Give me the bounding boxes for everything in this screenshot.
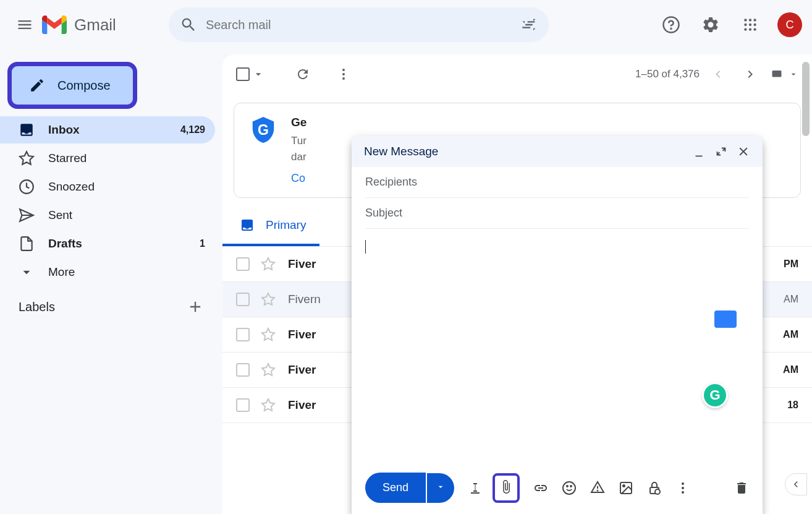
email-sender: Fiver	[288, 398, 316, 412]
sidebar-item-label: Snoozed	[48, 180, 205, 194]
insert-emoji-icon[interactable]	[562, 481, 577, 495]
trash-icon	[734, 481, 749, 495]
emoji-icon	[562, 481, 577, 495]
row-checkbox[interactable]	[236, 398, 250, 412]
discard-draft-icon[interactable]	[734, 481, 749, 495]
sidebar-item-label: More	[48, 265, 205, 279]
subject-field[interactable]: Subject	[365, 198, 749, 229]
svg-text:G: G	[258, 122, 269, 138]
sidebar-item-more[interactable]: More	[0, 259, 215, 286]
star-icon[interactable]	[261, 362, 276, 377]
svg-point-9	[749, 28, 751, 30]
plus-icon[interactable]	[187, 298, 204, 315]
send-button[interactable]: Send	[365, 473, 426, 503]
email-time: AM	[783, 364, 798, 375]
sidebar-item-inbox[interactable]: Inbox 4,129	[0, 116, 215, 143]
svg-point-27	[682, 487, 684, 489]
sidebar-item-count: 1	[200, 238, 205, 249]
compose-label: Compose	[57, 79, 111, 93]
search-options-icon[interactable]	[520, 16, 538, 33]
send-dropdown[interactable]	[427, 473, 454, 503]
row-checkbox[interactable]	[236, 363, 250, 377]
settings-icon[interactable]	[698, 12, 723, 37]
attach-file-button[interactable]	[493, 473, 520, 503]
send-icon	[19, 207, 35, 223]
svg-point-14	[342, 77, 345, 80]
star-icon[interactable]	[261, 257, 276, 272]
close-icon[interactable]	[737, 145, 750, 158]
svg-point-20	[570, 486, 572, 487]
recipients-field[interactable]: Recipients	[365, 167, 749, 198]
gmail-logo-icon	[42, 15, 67, 34]
svg-point-19	[567, 486, 568, 487]
page-range: 1–50 of 4,376	[635, 68, 700, 80]
link-icon	[533, 481, 548, 495]
sidebar-item-starred[interactable]: Starred	[0, 145, 215, 172]
grammarly-icon[interactable]: G	[702, 382, 728, 408]
minimize-icon[interactable]	[692, 145, 706, 158]
text-format-icon	[468, 481, 483, 495]
more-options-icon[interactable]	[675, 481, 690, 495]
sidebar-item-snoozed[interactable]: Snoozed	[0, 173, 215, 200]
help-icon[interactable]	[659, 12, 683, 37]
svg-point-21	[598, 490, 598, 490]
svg-point-28	[682, 491, 684, 494]
search-bar[interactable]	[169, 7, 549, 42]
email-sender: Fiver	[288, 363, 316, 377]
menu-icon[interactable]	[10, 10, 40, 40]
fullscreen-icon[interactable]	[714, 145, 728, 158]
insert-link-icon[interactable]	[533, 481, 548, 495]
search-input[interactable]	[206, 18, 520, 32]
avatar[interactable]: C	[777, 12, 802, 37]
apps-icon[interactable]	[738, 12, 763, 37]
text-cursor	[365, 240, 366, 254]
row-checkbox[interactable]	[236, 328, 250, 341]
svg-point-23	[623, 485, 625, 487]
email-time: AM	[784, 294, 798, 305]
star-icon[interactable]	[261, 398, 276, 413]
more-vert-icon[interactable]	[336, 67, 351, 82]
refresh-icon[interactable]	[295, 67, 310, 82]
row-checkbox[interactable]	[236, 257, 250, 271]
insert-drive-icon[interactable]	[590, 481, 605, 495]
svg-point-8	[744, 28, 746, 30]
confidential-mode-icon[interactable]	[647, 481, 662, 495]
format-text-icon[interactable]	[468, 481, 483, 495]
prev-page-icon[interactable]	[711, 67, 725, 82]
sidebar-item-label: Sent	[48, 208, 205, 222]
lock-clock-icon	[647, 481, 662, 495]
pagination: 1–50 of 4,376	[635, 67, 798, 82]
sidebar-item-label: Drafts	[48, 237, 200, 251]
compose-footer: Send	[352, 464, 763, 514]
compose-editor[interactable]: G	[365, 229, 749, 464]
select-all-checkbox[interactable]	[236, 67, 250, 81]
svg-rect-17	[471, 492, 480, 494]
chevron-down-icon[interactable]	[252, 68, 264, 80]
shield-icon: G	[249, 116, 277, 144]
svg-point-26	[682, 482, 684, 485]
sidebar-item-sent[interactable]: Sent	[0, 202, 215, 229]
compose-title: New Message	[364, 145, 692, 158]
extension-badge[interactable]	[714, 311, 737, 328]
scrollbar[interactable]	[802, 62, 810, 136]
star-icon[interactable]	[261, 292, 276, 307]
svg-point-7	[753, 24, 756, 26]
svg-point-1	[670, 28, 671, 29]
svg-point-12	[342, 69, 345, 71]
next-page-icon[interactable]	[743, 67, 758, 82]
chevron-down-icon	[19, 264, 35, 280]
side-panel-toggle[interactable]	[785, 473, 807, 495]
labels-header: Labels	[0, 287, 222, 327]
sidebar-item-label: Starred	[48, 152, 205, 165]
compose-header[interactable]: New Message	[352, 136, 763, 167]
star-icon[interactable]	[261, 327, 276, 342]
svg-point-10	[753, 28, 756, 30]
tab-primary[interactable]: Primary	[222, 218, 319, 246]
email-sender: Fivern	[288, 293, 321, 306]
sidebar-item-drafts[interactable]: Drafts 1	[0, 230, 215, 257]
insert-photo-icon[interactable]	[619, 481, 633, 495]
input-tools[interactable]	[769, 69, 798, 80]
row-checkbox[interactable]	[236, 293, 250, 306]
logo[interactable]: Gmail	[42, 15, 116, 35]
compose-button[interactable]: Compose	[7, 62, 137, 109]
